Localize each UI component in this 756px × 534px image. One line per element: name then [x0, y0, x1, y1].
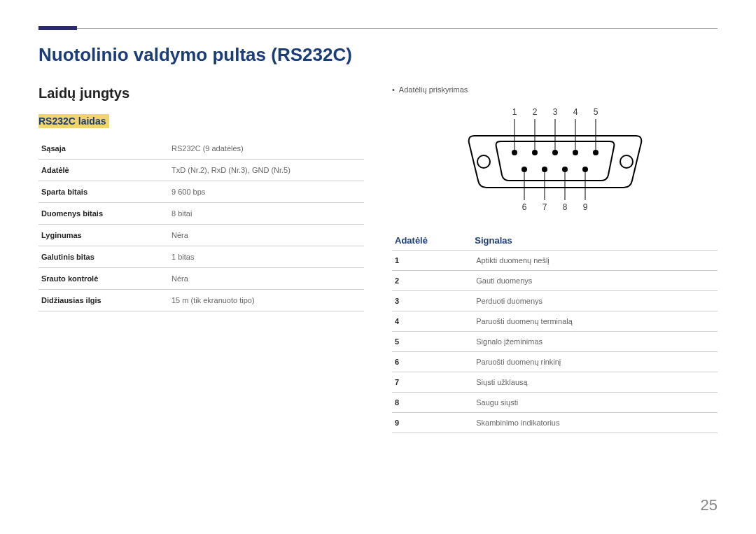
page-number: 25 — [701, 496, 718, 514]
table-row: Didžiausias ilgis15 m (tik ekranuoto tip… — [38, 290, 364, 311]
page-container: Nuotolinio valdymo pultas (RS232C) Laidų… — [0, 0, 756, 454]
main-title: Nuotolinio valdymo pultas (RS232C) — [38, 44, 718, 66]
svg-text:6: 6 — [522, 202, 526, 212]
svg-point-10 — [477, 155, 490, 168]
signal-pin: 1 — [392, 251, 473, 271]
table-row: Srauto kontrolėNėra — [38, 268, 364, 290]
connector-diagram: 1 2 3 4 5 — [450, 102, 660, 217]
svg-point-12 — [512, 150, 517, 155]
svg-point-11 — [620, 155, 633, 168]
right-column: Adatėlių priskyrimas 1 2 3 4 5 — [392, 85, 718, 433]
svg-point-20 — [582, 167, 588, 172]
svg-point-17 — [522, 167, 527, 172]
svg-point-14 — [552, 150, 558, 155]
svg-text:4: 4 — [573, 107, 578, 117]
sub-title: RS232C laidas — [38, 114, 109, 128]
signal-name: Gauti duomenys — [473, 271, 718, 291]
spec-table: SąsajaRS232C (9 adatėlės) AdatėlėTxD (Nr… — [38, 138, 364, 311]
table-row: 5Signalo įžeminimas — [392, 332, 718, 352]
svg-text:5: 5 — [593, 107, 598, 117]
spec-value: Nėra — [169, 225, 364, 246]
spec-value: Nėra — [169, 268, 364, 290]
spec-value: 1 bitas — [169, 246, 364, 268]
signal-pin: 3 — [392, 291, 473, 311]
table-row: 9Skambinimo indikatorius — [392, 413, 718, 433]
spec-value: 15 m (tik ekranuoto tipo) — [169, 290, 364, 311]
svg-point-13 — [532, 150, 538, 155]
pin-assignment-label: Adatėlių priskyrimas — [392, 85, 718, 94]
table-row: 7Siųsti užklausą — [392, 372, 718, 393]
svg-text:7: 7 — [542, 202, 547, 212]
columns: Laidų jungtys RS232C laidas SąsajaRS232C… — [38, 85, 718, 433]
svg-point-16 — [593, 150, 598, 155]
signal-header-signal: Signalas — [475, 235, 715, 246]
signal-pin: 2 — [392, 271, 473, 291]
top-rule — [38, 28, 718, 29]
svg-text:9: 9 — [582, 202, 587, 212]
signal-name: Paruošti duomenų terminalą — [473, 311, 718, 332]
svg-text:3: 3 — [552, 107, 557, 117]
spec-label: Sparta bitais — [38, 181, 169, 203]
svg-text:8: 8 — [562, 202, 567, 212]
svg-point-19 — [562, 167, 568, 172]
spec-value: 8 bitai — [169, 203, 364, 225]
spec-label: Adatėlė — [38, 160, 169, 181]
table-row: Sparta bitais9 600 bps — [38, 181, 364, 203]
signal-header-pin: Adatėlė — [395, 235, 475, 246]
spec-label: Duomenys bitais — [38, 203, 169, 225]
signal-name: Skambinimo indikatorius — [473, 413, 718, 433]
signal-name: Saugu siųsti — [473, 393, 718, 413]
left-column: Laidų jungtys RS232C laidas SąsajaRS232C… — [38, 85, 364, 433]
section-title: Laidų jungtys — [38, 85, 364, 101]
spec-label: Didžiausias ilgis — [38, 290, 169, 311]
signal-name: Aptikti duomenų nešlį — [473, 251, 718, 271]
svg-text:2: 2 — [532, 107, 537, 117]
table-row: 8Saugu siųsti — [392, 393, 718, 413]
db9-connector-icon: 1 2 3 4 5 — [450, 102, 660, 214]
spec-label: Galutinis bitas — [38, 246, 169, 268]
svg-point-15 — [573, 150, 578, 155]
table-row: SąsajaRS232C (9 adatėlės) — [38, 138, 364, 160]
signal-name: Signalo įžeminimas — [473, 332, 718, 352]
table-row: 6Paruošti duomenų rinkinį — [392, 352, 718, 372]
table-row: Galutinis bitas1 bitas — [38, 246, 364, 268]
signal-table-header: Adatėlė Signalas — [392, 231, 718, 251]
svg-point-18 — [542, 167, 547, 172]
signal-table: 1Aptikti duomenų nešlį 2Gauti duomenys 3… — [392, 251, 718, 433]
signal-pin: 6 — [392, 352, 473, 372]
signal-name: Perduoti duomenys — [473, 291, 718, 311]
signal-pin: 7 — [392, 372, 473, 393]
signal-name: Paruošti duomenų rinkinį — [473, 352, 718, 372]
table-row: AdatėlėTxD (Nr.2), RxD (Nr.3), GND (Nr.5… — [38, 160, 364, 181]
table-row: 2Gauti duomenys — [392, 271, 718, 291]
table-row: 4Paruošti duomenų terminalą — [392, 311, 718, 332]
signal-pin: 8 — [392, 393, 473, 413]
table-row: 3Perduoti duomenys — [392, 291, 718, 311]
signal-pin: 5 — [392, 332, 473, 352]
spec-label: Lyginumas — [38, 225, 169, 246]
table-row: Duomenys bitais8 bitai — [38, 203, 364, 225]
spec-value: TxD (Nr.2), RxD (Nr.3), GND (Nr.5) — [169, 160, 364, 181]
spec-label: Sąsaja — [38, 138, 169, 160]
spec-label: Srauto kontrolė — [38, 268, 169, 290]
spec-value: 9 600 bps — [169, 181, 364, 203]
signal-pin: 9 — [392, 413, 473, 433]
signal-pin: 4 — [392, 311, 473, 332]
spec-value: RS232C (9 adatėlės) — [169, 138, 364, 160]
table-row: 1Aptikti duomenų nešlį — [392, 251, 718, 271]
signal-name: Siųsti užklausą — [473, 372, 718, 393]
svg-text:1: 1 — [512, 107, 517, 117]
table-row: LyginumasNėra — [38, 225, 364, 246]
